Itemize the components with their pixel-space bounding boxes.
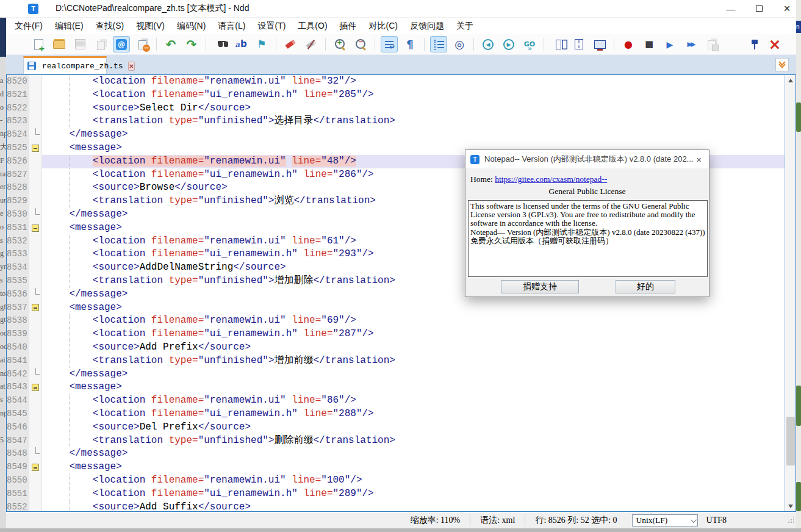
- tab-close-icon[interactable]: ×: [128, 62, 135, 71]
- menu-item-edit[interactable]: 编辑(E): [49, 19, 90, 34]
- menu-item-encoding[interactable]: 编码(N): [171, 19, 212, 34]
- toolbar-save-all-button[interactable]: [92, 36, 109, 52]
- toolbar-close-all-files-button[interactable]: [134, 36, 151, 52]
- toolbar-file-compare-button[interactable]: [550, 36, 567, 52]
- dialog-title-bar[interactable]: T Notepad-- Version (内部测试非稳定版本) v2.8.0 (…: [465, 150, 709, 168]
- home-link[interactable]: https://gitee.com/cxasm/notepad--: [495, 174, 607, 184]
- code-line[interactable]: 8524</message>: [7, 128, 785, 142]
- fold-marker-start[interactable]: [29, 221, 42, 235]
- code-line[interactable]: 8539<location filename="ui_renamewin.h" …: [7, 328, 785, 341]
- toolbar-word-wrap-button[interactable]: [381, 36, 398, 52]
- toolbar-screen-compare-button[interactable]: [591, 36, 608, 52]
- code-line[interactable]: 8550<location filename="renamewin.ui" li…: [7, 474, 785, 487]
- scroll-up-arrow[interactable]: [785, 75, 796, 85]
- toolbar-undo-button[interactable]: ↶: [162, 36, 179, 52]
- toolbar-focus-mode-button[interactable]: ◎: [451, 36, 468, 52]
- scrollbar-thumb[interactable]: [786, 417, 795, 466]
- toolbar-new-file-button[interactable]: [30, 36, 47, 52]
- code-line[interactable]: 8541<translation type="unfinished">增加前缀<…: [7, 354, 785, 368]
- code-line[interactable]: 8546<source>Del Prefix</source>: [7, 421, 785, 434]
- toolbar-show-symbols-button[interactable]: ¶: [401, 36, 418, 52]
- code-line[interactable]: 8540<source>Add Prefix</source>: [7, 341, 785, 354]
- scroll-down-arrow[interactable]: [785, 501, 796, 511]
- toolbar-clear-highlight-button[interactable]: [303, 36, 320, 52]
- code-token: <location: [93, 315, 151, 326]
- menu-item-plugins[interactable]: 插件: [334, 19, 363, 34]
- code-line[interactable]: 8549<message>: [7, 461, 785, 474]
- maximize-button[interactable]: [745, 0, 773, 17]
- fold-marker-start[interactable]: [29, 461, 42, 474]
- fold-collapse-icon[interactable]: [32, 225, 39, 232]
- toolbar-save-button[interactable]: [71, 36, 88, 52]
- toolbar-pin-button[interactable]: [745, 36, 763, 52]
- code-line[interactable]: 8523<translation type="unfinished">选择目录<…: [7, 115, 785, 128]
- menu-item-search[interactable]: 查找(S): [90, 19, 131, 34]
- home-row: Home: https://gitee.com/cxasm/notepad--: [470, 174, 607, 184]
- toolbar-macro-play-button[interactable]: ▶: [661, 36, 678, 52]
- code-line[interactable]: 8537<message>: [7, 301, 785, 315]
- toolbar-open-file-button[interactable]: [51, 36, 68, 52]
- code-token: "unfinished": [198, 435, 268, 446]
- toolbar-goto-line-button[interactable]: GO: [521, 36, 538, 52]
- fold-collapse-icon[interactable]: [32, 384, 39, 391]
- donate-button[interactable]: 捐赠支持: [501, 280, 579, 293]
- toolbar-bookmark-button[interactable]: ⚑: [253, 36, 270, 52]
- toolbar-zoom-out-button[interactable]: −: [352, 36, 369, 52]
- tab-overflow-button[interactable]: [775, 58, 789, 71]
- fold-marker-start[interactable]: [29, 381, 42, 394]
- code-line[interactable]: 8542</message>: [7, 368, 785, 381]
- toolbar-dir-compare-button[interactable]: [570, 36, 587, 52]
- menu-item-tools[interactable]: 工具(O): [292, 19, 333, 34]
- toolbar-text-mode-button[interactable]: [113, 36, 130, 52]
- toolbar-macro-save-button[interactable]: [703, 36, 720, 52]
- minimize-button[interactable]: —: [717, 0, 745, 17]
- status-zoom: 缩放率: 110%: [401, 514, 470, 527]
- fold-collapse-icon[interactable]: [32, 304, 39, 311]
- menu-item-about[interactable]: 关于: [450, 19, 480, 34]
- code-line[interactable]: 8548</message>: [7, 447, 785, 461]
- vertical-scrollbar[interactable]: [785, 75, 796, 511]
- fold-marker-start[interactable]: [29, 301, 42, 315]
- code-line[interactable]: 8538<location filename="renamewin.ui" li…: [7, 314, 785, 328]
- code-line[interactable]: 8547<translation type="unfinished">删除前缀<…: [7, 434, 785, 448]
- toolbar-macro-record-button[interactable]: ●: [620, 36, 637, 52]
- code-line[interactable]: 8552<source>Add Suffix</source>: [7, 501, 785, 512]
- toolbar-close-red-button[interactable]: ×: [766, 36, 783, 52]
- toolbar-macro-stop-button[interactable]: ■: [641, 36, 658, 52]
- menu-item-feedback[interactable]: 反馈问题: [404, 19, 450, 34]
- code-token: </source>: [198, 102, 251, 113]
- status-position: 行: 8526 列: 52 选中: 0: [525, 514, 627, 527]
- menu-item-language[interactable]: 语言(L): [212, 19, 251, 34]
- toolbar-macro-play-multi-button[interactable]: ▶▶: [682, 36, 699, 52]
- menu-item-settings[interactable]: 设置(T): [251, 19, 292, 34]
- code-line[interactable]: 8551<location filename="ui_renamewin.h" …: [7, 487, 785, 501]
- resize-grip[interactable]: [788, 517, 794, 523]
- toolbar-nav-forward-button[interactable]: ▶: [500, 36, 517, 52]
- menu-item-compare[interactable]: 对比(C): [363, 19, 404, 34]
- ok-button[interactable]: 好的: [616, 280, 675, 293]
- toolbar-find-button[interactable]: [212, 36, 229, 52]
- code-line[interactable]: 8520<location filename="renamewin.ui" li…: [7, 75, 785, 88]
- eol-select[interactable]: Unix(LF): [632, 514, 698, 527]
- tab-realcompare[interactable]: realcompare_zh.ts ×: [23, 56, 107, 74]
- menu-item-file[interactable]: 文件(F): [9, 19, 49, 34]
- toolbar-redo-button[interactable]: ↷: [183, 36, 200, 52]
- toolbar-highlight-marker-button[interactable]: [282, 36, 299, 52]
- code-line[interactable]: 8543<message>: [7, 381, 785, 394]
- fold-marker-start[interactable]: [29, 142, 42, 155]
- fold-margin: [29, 341, 42, 354]
- code-line[interactable]: 8545<location filename="ui_renamewin.h" …: [7, 408, 785, 421]
- toolbar-replace-button[interactable]: [232, 36, 250, 52]
- dialog-close-icon[interactable]: ×: [694, 154, 704, 165]
- fold-margin: [29, 434, 42, 448]
- code-line[interactable]: 8522<source>Select Dir</source>: [7, 102, 785, 115]
- toolbar-indent-guide-button[interactable]: [430, 36, 447, 52]
- license-textbox[interactable]: This software is licensed under the term…: [468, 200, 708, 277]
- menu-item-view[interactable]: 视图(V): [130, 19, 171, 34]
- code-line[interactable]: 8544<location filename="renamewin.ui" li…: [7, 394, 785, 408]
- fold-collapse-icon[interactable]: [32, 145, 39, 152]
- fold-collapse-icon[interactable]: [32, 464, 39, 471]
- code-line[interactable]: 8521<location filename="ui_renamewin.h" …: [7, 88, 785, 102]
- toolbar-zoom-in-button[interactable]: +: [331, 36, 348, 52]
- toolbar-nav-back-button[interactable]: ◀: [480, 36, 497, 52]
